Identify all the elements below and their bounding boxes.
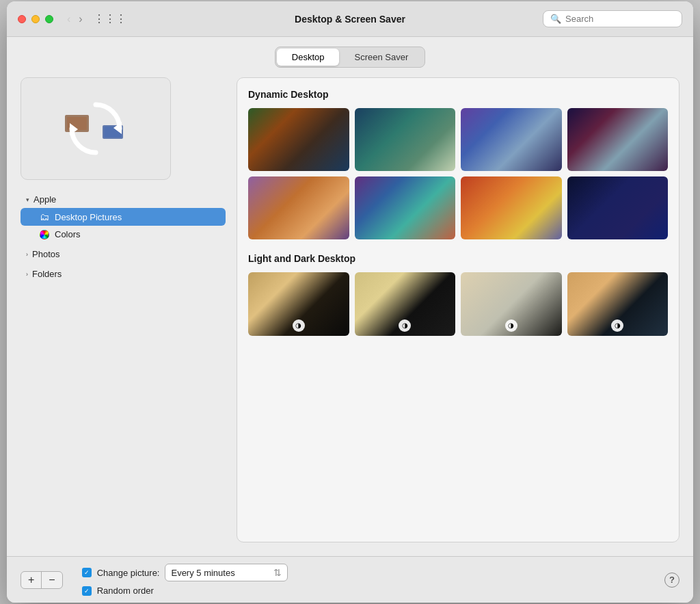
fullscreen-button[interactable] bbox=[45, 15, 53, 23]
close-button[interactable] bbox=[18, 15, 26, 23]
sidebar-group-folders[interactable]: › Folders bbox=[21, 265, 226, 283]
traffic-lights bbox=[18, 15, 53, 23]
light-dark-icon-4: ◑ bbox=[611, 319, 623, 332]
random-order-checkbox[interactable]: ✓ bbox=[82, 586, 92, 596]
chevron-down-icon: ▾ bbox=[26, 196, 29, 203]
titlebar: ‹ › ⋮⋮⋮ Desktop & Screen Saver 🔍 bbox=[7, 1, 693, 37]
tab-group: Desktop Screen Saver bbox=[275, 47, 425, 68]
sidebar-section-folders: › Folders bbox=[21, 265, 226, 283]
sidebar-group-folders-label: Folders bbox=[32, 269, 62, 279]
preview-panel: ▾ Apple 🗂 Desktop Pictures Colors bbox=[21, 77, 226, 542]
wallpaper-panel: Dynamic Desktop Light and Dark Desktop ◑ bbox=[237, 77, 679, 542]
chevron-right-icon: › bbox=[26, 251, 28, 258]
change-picture-label: Change picture: bbox=[97, 568, 160, 578]
wallpaper-thumb-w12[interactable]: ◑ bbox=[567, 272, 669, 335]
add-remove-buttons: + − bbox=[21, 571, 63, 589]
sidebar-item-colors[interactable]: Colors bbox=[21, 226, 226, 243]
sidebar-group-photos-label: Photos bbox=[32, 249, 59, 259]
bottom-options: ✓ Change picture: Every 5 minutes ⇅ ✓ Ra… bbox=[82, 564, 288, 596]
sidebar-item-desktop-pictures[interactable]: 🗂 Desktop Pictures bbox=[21, 208, 226, 226]
back-button[interactable]: ‹ bbox=[64, 12, 73, 27]
random-order-label: Random order bbox=[97, 586, 154, 596]
wallpaper-thumb-w1[interactable] bbox=[248, 108, 349, 171]
sidebar-item-colors-label: Colors bbox=[55, 229, 81, 239]
tab-desktop[interactable]: Desktop bbox=[277, 49, 340, 66]
search-box: 🔍 bbox=[543, 10, 682, 27]
window-title: Desktop & Screen Saver bbox=[295, 14, 405, 25]
change-picture-row: ✓ Change picture: Every 5 minutes ⇅ bbox=[82, 564, 288, 581]
sidebar-section-photos: › Photos bbox=[21, 246, 226, 263]
color-swatch-icon bbox=[40, 230, 49, 239]
minimize-button[interactable] bbox=[31, 15, 40, 23]
forward-button[interactable]: › bbox=[76, 12, 85, 27]
sidebar-group-apple[interactable]: ▾ Apple bbox=[21, 191, 226, 208]
wallpaper-thumb-w2[interactable] bbox=[355, 108, 456, 171]
grid-icon[interactable]: ⋮⋮⋮ bbox=[94, 12, 126, 25]
wallpaper-thumb-w6[interactable] bbox=[355, 176, 456, 239]
section-title-dynamic: Dynamic Desktop bbox=[248, 89, 668, 100]
add-button[interactable]: + bbox=[21, 572, 42, 588]
wallpaper-thumb-w10[interactable]: ◑ bbox=[355, 272, 456, 335]
sidebar-group-apple-label: Apple bbox=[33, 194, 56, 205]
wallpaper-thumb-w8[interactable] bbox=[567, 176, 669, 239]
sidebar-item-desktop-pictures-label: Desktop Pictures bbox=[55, 212, 122, 222]
interval-value: Every 5 minutes bbox=[171, 568, 269, 578]
wallpaper-thumb-w7[interactable] bbox=[461, 176, 562, 239]
sidebar-section-apple: ▾ Apple 🗂 Desktop Pictures Colors bbox=[21, 191, 226, 243]
tab-screensaver[interactable]: Screen Saver bbox=[339, 49, 423, 66]
dropdown-arrows-icon: ⇅ bbox=[273, 567, 282, 578]
sidebar-group-photos[interactable]: › Photos bbox=[21, 246, 226, 263]
light-dark-icon-2: ◑ bbox=[399, 319, 411, 332]
light-dark-icon-3: ◑ bbox=[505, 319, 517, 332]
wallpaper-grid-lightdark: ◑ ◑ ◑ ◑ bbox=[248, 272, 668, 335]
folder-icon: 🗂 bbox=[40, 211, 49, 222]
wallpaper-thumb-w11[interactable]: ◑ bbox=[461, 272, 562, 335]
help-button[interactable]: ? bbox=[664, 573, 679, 588]
sidebar: ▾ Apple 🗂 Desktop Pictures Colors bbox=[21, 191, 226, 285]
light-dark-icon: ◑ bbox=[293, 319, 305, 332]
chevron-right-icon-2: › bbox=[26, 271, 28, 278]
wallpaper-thumb-w4[interactable] bbox=[567, 108, 669, 171]
interval-dropdown[interactable]: Every 5 minutes ⇅ bbox=[165, 564, 288, 581]
bottom-bar: + − ✓ Change picture: Every 5 minutes ⇅ … bbox=[7, 556, 693, 603]
search-icon: 🔍 bbox=[550, 14, 561, 24]
wallpaper-grid-dynamic bbox=[248, 108, 668, 239]
wallpaper-thumb-w9[interactable]: ◑ bbox=[248, 272, 349, 335]
wallpaper-thumb-w5[interactable] bbox=[248, 176, 349, 239]
preview-box bbox=[21, 77, 171, 180]
remove-button[interactable]: − bbox=[42, 572, 62, 588]
wallpaper-thumb-w3[interactable] bbox=[461, 108, 562, 171]
section-title-lightdark: Light and Dark Desktop bbox=[248, 253, 668, 264]
change-picture-checkbox[interactable]: ✓ bbox=[82, 568, 92, 577]
content-area: ▾ Apple 🗂 Desktop Pictures Colors bbox=[7, 77, 693, 556]
nav-arrows: ‹ › bbox=[64, 12, 85, 27]
random-order-row: ✓ Random order bbox=[82, 586, 288, 596]
tab-bar: Desktop Screen Saver bbox=[7, 37, 693, 77]
search-input[interactable] bbox=[565, 14, 675, 24]
rotation-icon bbox=[62, 94, 130, 163]
main-window: ‹ › ⋮⋮⋮ Desktop & Screen Saver 🔍 Desktop… bbox=[7, 1, 693, 603]
